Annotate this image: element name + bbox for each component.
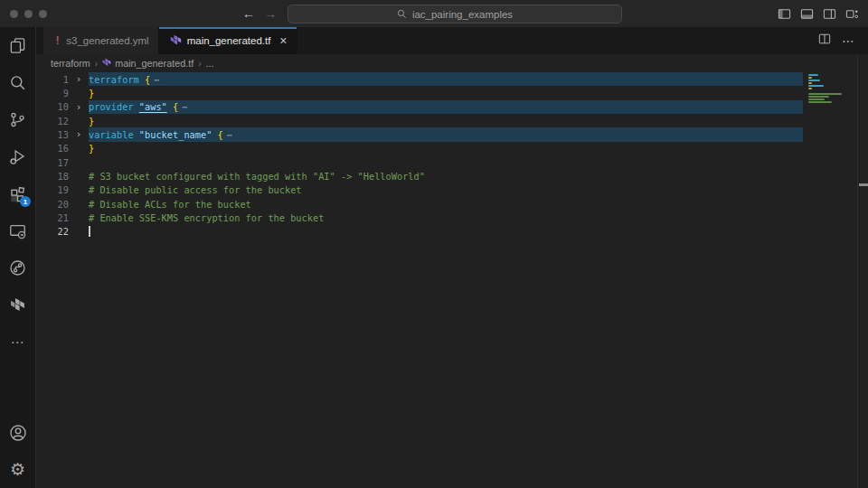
more-actions-icon[interactable]: ⋯	[842, 33, 855, 48]
code-line-1[interactable]: 1›terraform {⋯	[36, 72, 868, 86]
tab-main-generated-tf[interactable]: main_generated.tf ×	[159, 27, 297, 54]
customize-layout-icon[interactable]	[844, 6, 859, 21]
line-number[interactable]: 19	[36, 184, 69, 195]
tab-label: main_generated.tf	[187, 35, 271, 46]
token-fd: ⋯	[154, 74, 158, 85]
line-content[interactable]: }	[89, 86, 803, 99]
window-minimize-button[interactable]	[24, 10, 33, 18]
window-close-button[interactable]	[10, 10, 18, 18]
token-fd: ⋯	[227, 129, 231, 140]
line-number[interactable]: 16	[36, 143, 69, 154]
code-line-22[interactable]: 22	[36, 225, 868, 239]
token-br: }	[89, 143, 94, 154]
yaml-warning-icon: !	[54, 34, 61, 47]
token-kw: variable	[89, 129, 134, 140]
forward-arrow-icon[interactable]: →	[264, 7, 277, 20]
minimap[interactable]	[807, 72, 856, 488]
code-line-12[interactable]: 12}	[36, 114, 868, 127]
overview-cursor-marker	[859, 183, 868, 186]
fold-chevron-icon[interactable]: ›	[69, 74, 89, 84]
breadcrumb-file[interactable]: main_generated.tf	[102, 58, 193, 69]
settings-gear-icon[interactable]: ⚙	[0, 451, 35, 488]
account-icon[interactable]	[0, 414, 35, 451]
minimap-line	[808, 74, 818, 76]
tab-label: s3_generated.yml	[66, 35, 148, 46]
fold-chevron-icon[interactable]: ›	[69, 102, 89, 112]
tab-s3-generated-yml[interactable]: ! s3_generated.yml	[43, 27, 159, 54]
code-line-20[interactable]: 20# Disable ACLs for the bucket	[36, 197, 868, 211]
line-content[interactable]: terraform {⋯	[89, 72, 803, 86]
line-content[interactable]: provider "aws" {⋯	[89, 100, 803, 114]
breadcrumb: terraform › main_generated.tf › ...	[36, 54, 868, 72]
line-number[interactable]: 9	[36, 88, 69, 99]
code-line-9[interactable]: 9}	[36, 86, 868, 99]
token-br: {	[145, 74, 150, 85]
command-center-search[interactable]: iac_pairing_examples	[288, 5, 622, 23]
code-line-17[interactable]: 17	[36, 155, 868, 169]
code-line-21[interactable]: 21# Enable SSE-KMS encryption for the bu…	[36, 211, 868, 224]
minimap-line	[808, 80, 820, 81]
token-br: {	[173, 101, 178, 112]
line-number[interactable]: 18	[36, 171, 69, 182]
extensions-icon[interactable]: 1	[0, 175, 35, 212]
code-line-16[interactable]: 16}	[36, 142, 868, 155]
line-content[interactable]	[89, 225, 803, 239]
code-line-13[interactable]: 13›variable "bucket_name" {⋯	[36, 127, 868, 141]
minimap-line	[808, 77, 812, 79]
line-number[interactable]: 17	[36, 157, 69, 168]
token-cm: # Enable SSE-KMS encryption for the buck…	[89, 212, 324, 223]
chevron-right-icon: ›	[198, 59, 201, 69]
git-graph-icon[interactable]	[0, 249, 35, 286]
back-arrow-icon[interactable]: ←	[242, 7, 255, 20]
toggle-sidebar-left-icon[interactable]	[777, 6, 791, 21]
minimap-line	[808, 101, 832, 103]
extensions-badge: 1	[20, 196, 31, 207]
line-content[interactable]: variable "bucket_name" {⋯	[89, 127, 803, 141]
line-content[interactable]	[89, 155, 803, 169]
line-content[interactable]: }	[89, 114, 803, 127]
line-number[interactable]: 20	[36, 199, 69, 210]
window-maximize-button[interactable]	[39, 10, 47, 18]
run-and-debug-icon[interactable]	[0, 138, 35, 175]
line-content[interactable]: # S3 bucket configured with tagged with …	[89, 169, 803, 183]
fold-chevron-icon[interactable]: ›	[69, 129, 89, 139]
token-br: {	[218, 129, 223, 140]
terraform-view-icon[interactable]	[0, 286, 35, 324]
line-content[interactable]: # Enable SSE-KMS encryption for the buck…	[89, 211, 803, 224]
search-view-icon[interactable]	[0, 64, 35, 101]
breadcrumb-folder[interactable]: terraform	[51, 58, 90, 69]
toggle-panel-bottom-icon[interactable]	[799, 6, 814, 21]
minimap-line	[808, 82, 812, 84]
text-cursor	[89, 226, 90, 237]
line-content[interactable]: # Disable ACLs for the bucket	[89, 197, 803, 211]
line-number[interactable]: 10	[36, 101, 69, 112]
breadcrumb-symbol[interactable]: ...	[206, 58, 214, 69]
minimap-line	[808, 88, 812, 89]
line-number[interactable]: 22	[36, 226, 69, 237]
terraform-icon	[170, 34, 182, 48]
window-controls[interactable]	[10, 10, 47, 18]
toggle-sidebar-right-icon[interactable]	[822, 6, 836, 21]
code-line-10[interactable]: 10›provider "aws" {⋯	[36, 100, 868, 114]
line-number[interactable]: 1	[36, 74, 69, 85]
line-content[interactable]: }	[89, 142, 803, 155]
token-lk: "aws"	[139, 101, 167, 112]
split-editor-icon[interactable]	[818, 33, 831, 49]
code-line-18[interactable]: 18# S3 bucket configured with tagged wit…	[36, 169, 868, 183]
source-control-icon[interactable]	[0, 101, 35, 138]
line-number[interactable]: 21	[36, 212, 69, 223]
line-content[interactable]: # Disable public access for the bucket	[89, 183, 803, 197]
remote-explorer-icon[interactable]	[0, 212, 35, 249]
command-center-text: iac_pairing_examples	[412, 9, 513, 20]
overview-ruler-scrollbar[interactable]	[857, 56, 868, 488]
minimap-line	[808, 93, 842, 95]
token-cm: # S3 bucket configured with tagged with …	[89, 171, 425, 182]
explorer-icon[interactable]	[0, 27, 35, 64]
chevron-right-icon: ›	[95, 59, 98, 69]
line-number[interactable]: 13	[36, 129, 69, 140]
more-views-icon[interactable]: ⋯	[0, 324, 35, 361]
code-line-19[interactable]: 19# Disable public access for the bucket	[36, 183, 868, 197]
close-icon[interactable]: ×	[279, 34, 287, 47]
tab-bar: ! s3_generated.yml main_generated.tf × ⋯	[36, 27, 868, 54]
line-number[interactable]: 12	[36, 116, 69, 127]
